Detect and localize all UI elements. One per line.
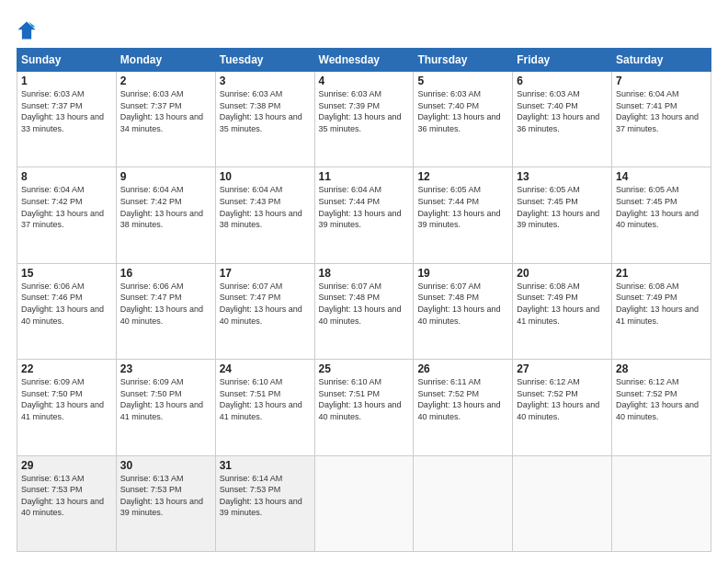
day-cell: 11Sunrise: 6:04 AMSunset: 7:44 PMDayligh… <box>314 167 414 263</box>
day-cell: 14Sunrise: 6:05 AMSunset: 7:45 PMDayligh… <box>612 167 711 263</box>
day-number: 17 <box>220 267 311 280</box>
day-cell: 4Sunrise: 6:03 AMSunset: 7:39 PMDaylight… <box>314 72 414 167</box>
week-row-1: 1Sunrise: 6:03 AMSunset: 7:37 PMDaylight… <box>17 72 711 167</box>
day-cell: 27Sunrise: 6:12 AMSunset: 7:52 PMDayligh… <box>513 360 612 455</box>
day-cell <box>612 455 711 551</box>
day-number: 29 <box>21 459 112 472</box>
weekday-header-thursday: Thursday <box>414 49 513 72</box>
day-cell: 23Sunrise: 6:09 AMSunset: 7:50 PMDayligh… <box>116 360 215 455</box>
day-info: Sunrise: 6:03 AMSunset: 7:37 PMDaylight:… <box>120 88 211 134</box>
day-info: Sunrise: 6:05 AMSunset: 7:45 PMDaylight:… <box>616 184 707 230</box>
day-info: Sunrise: 6:05 AMSunset: 7:44 PMDaylight:… <box>417 184 508 230</box>
weekday-header-sunday: Sunday <box>17 49 117 72</box>
day-cell: 24Sunrise: 6:10 AMSunset: 7:51 PMDayligh… <box>215 360 314 455</box>
day-cell: 1Sunrise: 6:03 AMSunset: 7:37 PMDaylight… <box>17 72 117 167</box>
day-number: 27 <box>517 362 608 375</box>
day-number: 30 <box>120 459 211 472</box>
day-cell <box>513 455 612 551</box>
logo-icon <box>17 20 37 40</box>
day-cell: 25Sunrise: 6:10 AMSunset: 7:51 PMDayligh… <box>314 360 414 455</box>
day-number: 25 <box>319 362 410 375</box>
day-cell: 18Sunrise: 6:07 AMSunset: 7:48 PMDayligh… <box>314 263 414 359</box>
day-number: 20 <box>517 267 608 280</box>
day-info: Sunrise: 6:10 AMSunset: 7:51 PMDaylight:… <box>319 376 410 422</box>
week-row-3: 15Sunrise: 6:06 AMSunset: 7:46 PMDayligh… <box>17 263 711 359</box>
day-number: 19 <box>417 267 508 280</box>
day-number: 11 <box>319 170 410 183</box>
day-cell: 12Sunrise: 6:05 AMSunset: 7:44 PMDayligh… <box>414 167 513 263</box>
day-number: 4 <box>319 75 410 87</box>
day-info: Sunrise: 6:14 AMSunset: 7:53 PMDaylight:… <box>220 473 311 519</box>
day-cell: 8Sunrise: 6:04 AMSunset: 7:42 PMDaylight… <box>17 167 117 263</box>
day-info: Sunrise: 6:07 AMSunset: 7:47 PMDaylight:… <box>220 281 311 327</box>
day-info: Sunrise: 6:09 AMSunset: 7:50 PMDaylight:… <box>120 376 211 422</box>
day-info: Sunrise: 6:06 AMSunset: 7:46 PMDaylight:… <box>21 281 112 327</box>
week-row-4: 22Sunrise: 6:09 AMSunset: 7:50 PMDayligh… <box>17 360 711 455</box>
day-cell: 2Sunrise: 6:03 AMSunset: 7:37 PMDaylight… <box>116 72 215 167</box>
weekday-header-saturday: Saturday <box>612 49 711 72</box>
weekday-header-monday: Monday <box>116 49 215 72</box>
day-cell: 6Sunrise: 6:03 AMSunset: 7:40 PMDaylight… <box>513 72 612 167</box>
day-info: Sunrise: 6:04 AMSunset: 7:41 PMDaylight:… <box>616 88 707 134</box>
day-number: 15 <box>21 267 112 280</box>
day-number: 10 <box>220 170 311 183</box>
day-info: Sunrise: 6:03 AMSunset: 7:38 PMDaylight:… <box>220 88 311 134</box>
svg-marker-0 <box>17 21 35 39</box>
week-row-5: 29Sunrise: 6:13 AMSunset: 7:53 PMDayligh… <box>17 455 711 551</box>
weekday-header-friday: Friday <box>513 49 612 72</box>
weekday-header-tuesday: Tuesday <box>215 49 314 72</box>
day-number: 3 <box>220 75 311 87</box>
day-info: Sunrise: 6:06 AMSunset: 7:47 PMDaylight:… <box>120 281 211 327</box>
day-number: 22 <box>21 362 112 375</box>
day-number: 12 <box>417 170 508 183</box>
day-number: 2 <box>120 75 211 87</box>
day-info: Sunrise: 6:03 AMSunset: 7:40 PMDaylight:… <box>417 88 508 134</box>
day-info: Sunrise: 6:04 AMSunset: 7:44 PMDaylight:… <box>319 184 410 230</box>
day-cell <box>314 455 414 551</box>
day-cell: 29Sunrise: 6:13 AMSunset: 7:53 PMDayligh… <box>17 455 117 551</box>
weekday-header-row: SundayMondayTuesdayWednesdayThursdayFrid… <box>17 49 711 72</box>
day-number: 8 <box>21 170 112 183</box>
day-cell: 15Sunrise: 6:06 AMSunset: 7:46 PMDayligh… <box>17 263 117 359</box>
day-number: 23 <box>120 362 211 375</box>
day-cell: 7Sunrise: 6:04 AMSunset: 7:41 PMDaylight… <box>612 72 711 167</box>
day-cell: 30Sunrise: 6:13 AMSunset: 7:53 PMDayligh… <box>116 455 215 551</box>
day-info: Sunrise: 6:03 AMSunset: 7:39 PMDaylight:… <box>319 88 410 134</box>
logo <box>17 20 40 40</box>
day-number: 9 <box>120 170 211 183</box>
day-info: Sunrise: 6:03 AMSunset: 7:40 PMDaylight:… <box>517 88 608 134</box>
day-cell: 10Sunrise: 6:04 AMSunset: 7:43 PMDayligh… <box>215 167 314 263</box>
day-info: Sunrise: 6:05 AMSunset: 7:45 PMDaylight:… <box>517 184 608 230</box>
day-cell: 28Sunrise: 6:12 AMSunset: 7:52 PMDayligh… <box>612 360 711 455</box>
day-cell: 3Sunrise: 6:03 AMSunset: 7:38 PMDaylight… <box>215 72 314 167</box>
day-number: 16 <box>120 267 211 280</box>
day-cell <box>414 455 513 551</box>
day-cell: 26Sunrise: 6:11 AMSunset: 7:52 PMDayligh… <box>414 360 513 455</box>
day-number: 31 <box>220 459 311 472</box>
day-info: Sunrise: 6:09 AMSunset: 7:50 PMDaylight:… <box>21 376 112 422</box>
day-info: Sunrise: 6:08 AMSunset: 7:49 PMDaylight:… <box>616 281 707 327</box>
day-info: Sunrise: 6:07 AMSunset: 7:48 PMDaylight:… <box>417 281 508 327</box>
day-number: 1 <box>21 75 112 87</box>
day-number: 28 <box>616 362 707 375</box>
calendar-table: SundayMondayTuesdayWednesdayThursdayFrid… <box>17 48 711 552</box>
day-cell: 5Sunrise: 6:03 AMSunset: 7:40 PMDaylight… <box>414 72 513 167</box>
day-cell: 21Sunrise: 6:08 AMSunset: 7:49 PMDayligh… <box>612 263 711 359</box>
day-cell: 17Sunrise: 6:07 AMSunset: 7:47 PMDayligh… <box>215 263 314 359</box>
day-info: Sunrise: 6:12 AMSunset: 7:52 PMDaylight:… <box>517 376 608 422</box>
day-number: 14 <box>616 170 707 183</box>
day-number: 6 <box>517 75 608 87</box>
day-number: 13 <box>517 170 608 183</box>
day-number: 24 <box>220 362 311 375</box>
day-info: Sunrise: 6:11 AMSunset: 7:52 PMDaylight:… <box>417 376 508 422</box>
day-cell: 31Sunrise: 6:14 AMSunset: 7:53 PMDayligh… <box>215 455 314 551</box>
day-number: 26 <box>417 362 508 375</box>
day-cell: 16Sunrise: 6:06 AMSunset: 7:47 PMDayligh… <box>116 263 215 359</box>
day-number: 7 <box>616 75 707 87</box>
calendar-page: SundayMondayTuesdayWednesdayThursdayFrid… <box>0 0 728 563</box>
day-info: Sunrise: 6:07 AMSunset: 7:48 PMDaylight:… <box>319 281 410 327</box>
weekday-header-wednesday: Wednesday <box>314 49 414 72</box>
day-number: 18 <box>319 267 410 280</box>
day-info: Sunrise: 6:04 AMSunset: 7:42 PMDaylight:… <box>120 184 211 230</box>
header <box>17 17 711 40</box>
